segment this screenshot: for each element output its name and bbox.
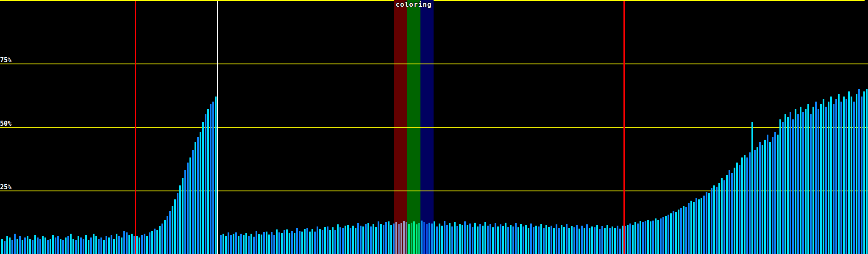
- histogram-bar: [291, 231, 293, 254]
- histogram-bar: [167, 216, 168, 254]
- histogram-bar: [339, 227, 341, 254]
- histogram-bar: [479, 224, 481, 254]
- histogram-bar: [792, 119, 794, 254]
- histogram-bar: [273, 235, 275, 254]
- histogram-bar: [591, 226, 593, 254]
- histogram-bar: [317, 226, 318, 254]
- histogram-bar: [787, 117, 789, 254]
- histogram-bar: [72, 239, 74, 254]
- histogram-bar: [253, 237, 255, 254]
- histogram-bar: [436, 226, 438, 254]
- histogram-bar: [17, 239, 18, 254]
- histogram-bar: [835, 99, 837, 254]
- histogram-bar: [561, 225, 562, 254]
- histogram-bar: [795, 109, 796, 254]
- histogram-bar: [540, 224, 542, 254]
- histogram-bar: [751, 122, 753, 254]
- histogram-bar: [263, 232, 265, 254]
- histogram-bar: [469, 224, 471, 254]
- histogram-bar: [29, 239, 31, 254]
- histogram-bar: [161, 224, 163, 254]
- red-marker-line-2: [623, 1, 625, 254]
- histogram-bar: [797, 114, 799, 254]
- y-axis-tick-75: 75%: [0, 57, 11, 64]
- histogram-bar: [568, 228, 570, 254]
- histogram-bar: [306, 228, 308, 254]
- y-axis-tick-25: 25%: [0, 184, 11, 191]
- histogram-bar: [764, 140, 766, 254]
- histogram-bar: [507, 227, 509, 254]
- histogram-bar: [711, 188, 712, 254]
- histogram-bar: [151, 231, 153, 254]
- histogram-bar: [375, 227, 377, 254]
- histogram-bar: [812, 107, 814, 254]
- histogram-bar: [393, 224, 395, 254]
- histogram-bar: [800, 107, 801, 254]
- histogram-bar: [723, 180, 725, 254]
- histogram-bar: [696, 198, 697, 254]
- histogram-bar: [736, 163, 738, 254]
- histogram-bar: [294, 233, 295, 254]
- histogram-bar: [156, 230, 158, 254]
- histogram-bar: [266, 232, 267, 254]
- histogram-bar: [182, 178, 184, 254]
- histogram-bar: [367, 223, 369, 254]
- histogram-bar: [662, 217, 664, 254]
- histogram-bar: [451, 226, 453, 254]
- histogram-bar: [853, 102, 855, 254]
- histogram-bar: [169, 211, 171, 254]
- histogram-bar: [406, 222, 407, 254]
- histogram-bar: [225, 236, 227, 254]
- histogram-bar: [665, 216, 667, 254]
- histogram-bar: [403, 221, 405, 254]
- histogram-bar: [482, 226, 484, 254]
- histogram-bar: [9, 237, 11, 254]
- histogram-bar: [1, 239, 3, 254]
- histogram-bar: [108, 237, 110, 254]
- histogram-bar: [357, 223, 359, 254]
- histogram-bar: [604, 228, 606, 254]
- histogram-bar: [627, 225, 629, 254]
- histogram-bar: [27, 236, 28, 254]
- histogram-bar: [609, 228, 611, 254]
- histogram-bar: [14, 234, 16, 254]
- histogram-bar: [545, 225, 547, 254]
- histogram-bar: [106, 236, 107, 254]
- histogram-bar: [187, 163, 189, 254]
- histogram-bar: [301, 232, 303, 254]
- histogram-bar: [579, 229, 580, 254]
- histogram-bar: [749, 152, 751, 254]
- histogram-bar: [434, 221, 435, 254]
- histogram-chart: 75% 50% 25% coloring: [0, 0, 868, 254]
- histogram-bar: [47, 240, 49, 254]
- histogram-bar: [228, 232, 229, 254]
- histogram-bar: [113, 239, 115, 254]
- histogram-bar: [245, 233, 247, 254]
- histogram-bar: [233, 234, 234, 254]
- histogram-bar: [370, 226, 372, 254]
- histogram-bar: [512, 226, 514, 254]
- histogram-bar: [848, 91, 850, 254]
- histogram-bar: [492, 227, 494, 254]
- histogram-bar: [838, 94, 840, 254]
- histogram-bar: [614, 228, 616, 254]
- histogram-bar: [556, 224, 557, 254]
- histogram-bar: [467, 225, 468, 254]
- histogram-bar: [818, 109, 819, 254]
- histogram-bar: [197, 137, 199, 254]
- histogram-bar: [172, 206, 173, 254]
- red-marker-line-1: [135, 1, 136, 254]
- histogram-bar: [701, 198, 702, 254]
- histogram-bar: [385, 222, 387, 254]
- histogram-bar: [164, 220, 166, 254]
- histogram-bar: [238, 236, 239, 254]
- histogram-bar: [599, 229, 601, 254]
- histogram-bar: [67, 236, 69, 254]
- histogram-bar: [802, 112, 804, 254]
- histogram-bar: [174, 199, 176, 254]
- histogram-bar: [192, 150, 194, 254]
- histogram-bar: [553, 228, 555, 254]
- histogram-bar: [515, 223, 517, 254]
- histogram-bar: [345, 226, 346, 254]
- histogram-bar: [807, 104, 809, 254]
